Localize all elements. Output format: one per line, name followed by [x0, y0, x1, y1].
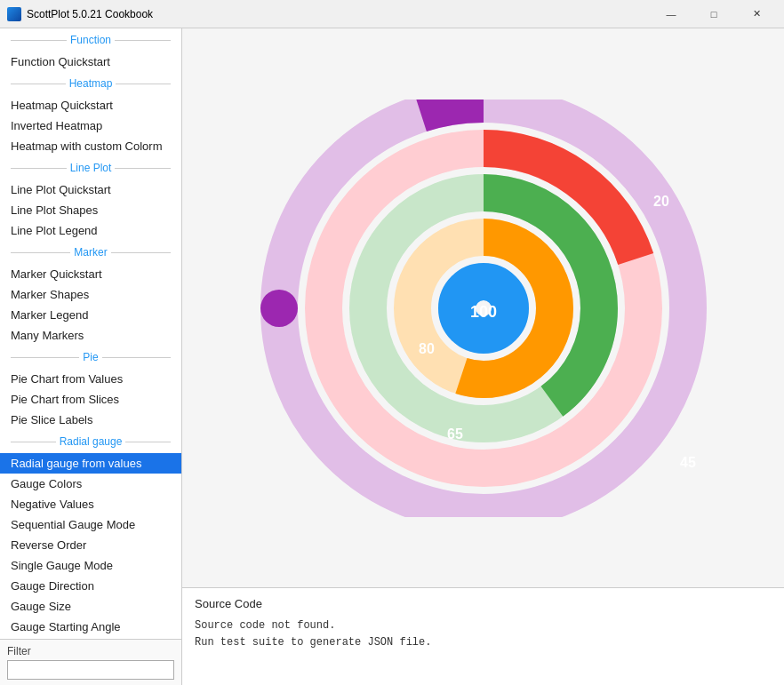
sidebar-item-reverse-order[interactable]: Reverse Order: [0, 535, 181, 555]
gauge-svg: 100 80 65 45 20: [252, 100, 715, 517]
minimize-button[interactable]: —: [651, 4, 692, 25]
category-heatmap: Heatmap: [0, 72, 181, 95]
label-100: 100: [469, 302, 496, 320]
source-line-2: Run test suite to generate JSON file.: [195, 634, 772, 651]
sidebar-item-single-gauge-mode[interactable]: Single Gauge Mode: [0, 555, 181, 576]
filter-label: Filter: [7, 645, 174, 657]
sidebar-item-heatmap-quickstart[interactable]: Heatmap Quickstart: [0, 95, 181, 115]
sidebar-item-line-plot-quickstart[interactable]: Line Plot Quickstart: [0, 179, 181, 200]
sidebar-item-negative-values[interactable]: Negative Values: [0, 494, 181, 514]
sidebar-item-pie-slice-labels[interactable]: Pie Slice Labels: [0, 410, 181, 430]
source-line-1: Source code not found.: [195, 617, 772, 634]
main-content: Function Function Quickstart Heatmap Hea…: [0, 28, 784, 685]
sidebar-item-inverted-heatmap[interactable]: Inverted Heatmap: [0, 115, 181, 136]
sidebar-item-sequential-gauge-mode[interactable]: Sequential Gauge Mode: [0, 514, 181, 535]
sidebar-item-marker-quickstart[interactable]: Marker Quickstart: [0, 264, 181, 284]
maximize-button[interactable]: □: [693, 4, 734, 25]
sidebar-item-pie-chart-slices[interactable]: Pie Chart from Slices: [0, 389, 181, 410]
sidebar-item-line-plot-legend[interactable]: Line Plot Legend: [0, 220, 181, 241]
gauge-container: 100 80 65 45 20: [252, 100, 715, 517]
sidebar-item-marker-shapes[interactable]: Marker Shapes: [0, 284, 181, 305]
sidebar-item-marker-legend[interactable]: Marker Legend: [0, 305, 181, 325]
sidebar-item-gauge-starting-angle[interactable]: Gauge Starting Angle: [0, 617, 181, 637]
label-80: 80: [419, 341, 435, 356]
sidebar-item-radial-gauge-values[interactable]: Radial gauge from values: [0, 453, 181, 474]
category-marker: Marker: [0, 241, 181, 264]
category-pie: Pie: [0, 346, 181, 369]
category-line-plot: Line Plot: [0, 156, 181, 179]
close-button[interactable]: ✕: [736, 4, 777, 25]
source-panel: Source Code Source code not found. Run t…: [182, 587, 784, 685]
source-panel-title: Source Code: [195, 597, 772, 610]
app-icon: [7, 7, 21, 21]
sidebar-item-function-quickstart[interactable]: Function Quickstart: [0, 52, 181, 72]
sidebar-item-gauge-direction[interactable]: Gauge Direction: [0, 576, 181, 596]
title-bar-controls: — □ ✕: [651, 4, 777, 25]
sidebar-item-gauge-colors[interactable]: Gauge Colors: [0, 474, 181, 494]
filter-input[interactable]: [7, 660, 174, 680]
chart-area: 100 80 65 45 20: [182, 28, 784, 587]
label-65: 65: [447, 426, 463, 442]
sidebar-item-many-markers[interactable]: Many Markers: [0, 325, 181, 346]
sidebar-item-gauge-size[interactable]: Gauge Size: [0, 596, 181, 617]
sidebar-item-pie-chart-values[interactable]: Pie Chart from Values: [0, 369, 181, 389]
sidebar-list[interactable]: Function Function Quickstart Heatmap Hea…: [0, 28, 181, 639]
category-function: Function: [0, 28, 181, 52]
title-bar-text: ScottPlot 5.0.21 Cookbook: [27, 8, 651, 20]
sidebar-filter: Filter: [0, 639, 181, 685]
title-bar: ScottPlot 5.0.21 Cookbook — □ ✕: [0, 0, 784, 28]
right-panel: 100 80 65 45 20 Source Code Source code …: [182, 28, 784, 685]
category-radial-gauge: Radial gauge: [0, 430, 181, 453]
label-45: 45: [680, 455, 696, 470]
source-panel-code: Source code not found. Run test suite to…: [195, 617, 772, 651]
sidebar-item-heatmap-custom-colorm[interactable]: Heatmap with custom Colorm: [0, 136, 181, 156]
label-20: 20: [653, 194, 669, 209]
sidebar-item-line-plot-shapes[interactable]: Line Plot Shapes: [0, 200, 181, 220]
sidebar: Function Function Quickstart Heatmap Hea…: [0, 28, 182, 685]
